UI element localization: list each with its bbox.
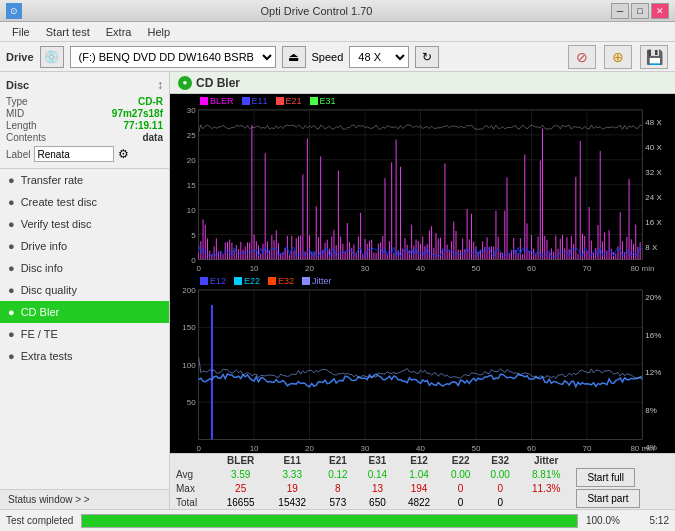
stats-col-e22: E22 [441, 454, 481, 467]
erase-button[interactable]: ⊘ [568, 45, 596, 69]
stats-cell-avg-3: 0.12 [318, 467, 358, 481]
stats-col-e12: E12 [397, 454, 441, 467]
stats-col-e21: E21 [318, 454, 358, 467]
refresh-button[interactable]: ↻ [415, 46, 439, 68]
nav-icon-disc-quality: ● [8, 284, 15, 296]
start-part-button[interactable]: Start part [576, 489, 639, 508]
svg-text:10: 10 [250, 444, 259, 453]
nav-icon-disc-info: ● [8, 262, 15, 274]
nav-item-cd-bler[interactable]: ●CD Bler [0, 301, 169, 323]
svg-text:150: 150 [182, 323, 196, 332]
menu-help[interactable]: Help [139, 24, 178, 40]
stats-cell-avg-8: 8.81% [520, 467, 572, 481]
disc-label-input[interactable] [34, 146, 114, 162]
e12-chart: E12 E22 E32 Jitter 2001501005020%16%12%8… [170, 274, 675, 454]
app-icon: ⊙ [6, 3, 22, 19]
stats-cell-total-0: Total [170, 495, 215, 509]
progress-bar-container [81, 514, 578, 528]
status-window-label: Status window > > [8, 494, 90, 505]
stats-cell-total-4: 650 [358, 495, 398, 509]
minimize-button[interactable]: ─ [611, 3, 629, 19]
eject-button[interactable]: ⏏ [282, 46, 306, 68]
close-button[interactable]: ✕ [651, 3, 669, 19]
mid-value: 97m27s18f [112, 108, 163, 119]
time-text: 5:12 [634, 515, 669, 526]
stats-col-e32: E32 [480, 454, 520, 467]
nav-item-transfer-rate[interactable]: ●Transfer rate [0, 169, 169, 191]
disc-label-label: Label [6, 149, 30, 160]
stats-section: BLER E11 E21 E31 E12 E22 E32 Jitter Avg3… [170, 453, 675, 509]
speed-select[interactable]: 48 X [349, 46, 409, 68]
stats-col-bler: BLER [215, 454, 267, 467]
svg-text:30: 30 [187, 106, 196, 115]
stats-cell-total-5: 4822 [397, 495, 441, 509]
menu-bar: File Start test Extra Help [0, 22, 675, 42]
progress-text: 100.0% [586, 515, 626, 526]
nav-label-verify-test-disc: Verify test disc [21, 218, 92, 230]
stats-cell-avg-0: Avg [170, 467, 215, 481]
progress-bar [82, 515, 577, 527]
svg-text:20: 20 [305, 265, 314, 274]
svg-text:0: 0 [196, 444, 201, 453]
nav-label-disc-quality: Disc quality [21, 284, 77, 296]
nav-label-transfer-rate: Transfer rate [21, 174, 84, 186]
start-buttons-cell: Start fullStart part [572, 467, 675, 509]
stats-cell-total-8 [520, 495, 572, 509]
svg-text:0: 0 [191, 256, 196, 265]
drive-bar: Drive 💿 (F:) BENQ DVD DD DW1640 BSRB ⏏ S… [0, 42, 675, 72]
status-bar: Test completed 100.0% 5:12 [0, 509, 675, 531]
svg-text:48 X: 48 X [645, 118, 662, 127]
stats-cell-max-4: 13 [358, 481, 398, 495]
disc-arrow[interactable]: ↕ [157, 78, 163, 92]
svg-text:8%: 8% [645, 405, 657, 414]
nav-item-fe-te[interactable]: ●FE / TE [0, 323, 169, 345]
nav-item-verify-test-disc[interactable]: ●Verify test disc [0, 213, 169, 235]
svg-text:70: 70 [582, 265, 591, 274]
start-full-button[interactable]: Start full [576, 468, 635, 487]
svg-text:100: 100 [182, 360, 196, 369]
drive-select[interactable]: (F:) BENQ DVD DD DW1640 BSRB [70, 46, 276, 68]
svg-text:40: 40 [416, 444, 425, 453]
svg-text:80 min: 80 min [630, 265, 654, 274]
stats-empty [170, 454, 215, 467]
stats-cell-max-8: 11.3% [520, 481, 572, 495]
legend-top: BLER E11 E21 E31 [200, 96, 336, 106]
drive-icon-btn[interactable]: 💿 [40, 46, 64, 68]
stats-cell-avg-2: 3.33 [266, 467, 318, 481]
menu-start-test[interactable]: Start test [38, 24, 98, 40]
menu-file[interactable]: File [4, 24, 38, 40]
nav-icon-cd-bler: ● [8, 306, 15, 318]
menu-extra[interactable]: Extra [98, 24, 140, 40]
gear-icon[interactable]: ⚙ [118, 147, 129, 161]
nav-item-drive-info[interactable]: ●Drive info [0, 235, 169, 257]
nav-icon-transfer-rate: ● [8, 174, 15, 186]
svg-text:200: 200 [182, 285, 196, 294]
status-window-toggle[interactable]: Status window > > [0, 489, 169, 509]
burn-button[interactable]: ⊕ [604, 45, 632, 69]
nav-item-disc-quality[interactable]: ●Disc quality [0, 279, 169, 301]
bler-chart-svg: 30252015105048 X40 X32 X24 X16 X8 X 0102… [170, 94, 675, 274]
svg-text:50: 50 [187, 398, 196, 407]
nav-item-extra-tests[interactable]: ●Extra tests [0, 345, 169, 367]
nav-item-disc-info[interactable]: ●Disc info [0, 257, 169, 279]
contents-value: data [142, 132, 163, 143]
stats-cell-total-1: 16655 [215, 495, 267, 509]
maximize-button[interactable]: □ [631, 3, 649, 19]
nav-label-disc-info: Disc info [21, 262, 63, 274]
svg-text:10: 10 [250, 265, 259, 274]
svg-text:0: 0 [196, 265, 201, 274]
svg-text:50: 50 [472, 444, 481, 453]
svg-text:16 X: 16 X [645, 218, 662, 227]
stats-cell-total-3: 573 [318, 495, 358, 509]
svg-text:80 min: 80 min [630, 444, 654, 453]
stats-cell-max-1: 25 [215, 481, 267, 495]
stats-cell-avg-4: 0.14 [358, 467, 398, 481]
nav-icon-verify-test-disc: ● [8, 218, 15, 230]
stats-col-e31: E31 [358, 454, 398, 467]
save-button[interactable]: 💾 [640, 45, 668, 69]
nav-item-create-test-disc[interactable]: ●Create test disc [0, 191, 169, 213]
nav-label-create-test-disc: Create test disc [21, 196, 97, 208]
svg-text:20%: 20% [645, 293, 661, 302]
svg-text:25: 25 [187, 131, 196, 140]
length-label: Length [6, 120, 37, 131]
